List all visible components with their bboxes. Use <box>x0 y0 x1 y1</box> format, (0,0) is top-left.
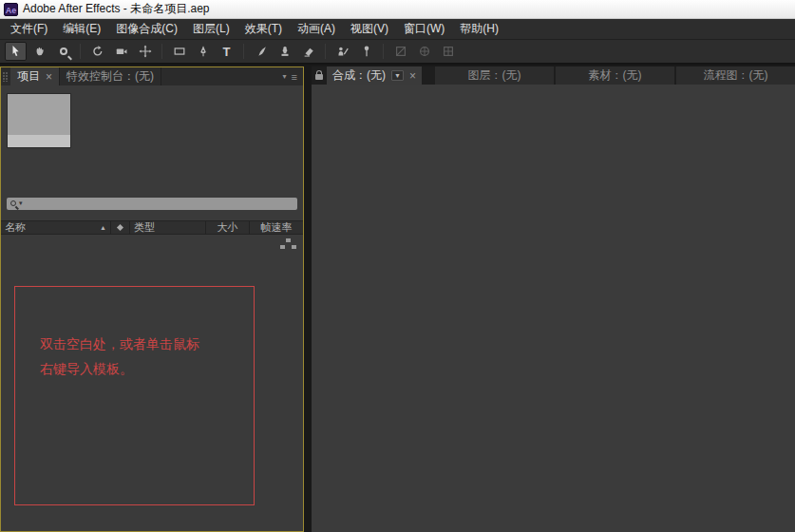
mask-shape-tool[interactable] <box>168 42 190 61</box>
toolbar-separator <box>161 44 162 59</box>
menubar: 文件(F) 编辑(E) 图像合成(C) 图层(L) 效果(T) 动画(A) 视图… <box>0 19 795 40</box>
tab-layer[interactable]: 图层：(无) <box>435 66 554 85</box>
column-type-label: 类型 <box>134 220 155 235</box>
eraser-icon <box>302 45 315 58</box>
selection-arrow-icon <box>9 45 23 58</box>
project-item-list[interactable]: 双击空白处，或者单击鼠标 右键导入模板。 <box>1 235 303 531</box>
viewer-panel-group: 合成：(无) ▼ × 图层：(无) 素材：(无) 流程图：(无) <box>312 66 795 532</box>
panel-grip-icon[interactable] <box>3 72 9 82</box>
hand-tool[interactable] <box>28 42 50 61</box>
camera-tool[interactable] <box>110 42 132 61</box>
tab-effect-controls-label: 特效控制台：(无) <box>66 68 154 85</box>
pen-tool[interactable] <box>192 42 214 61</box>
menu-effect[interactable]: 效果(T) <box>237 18 290 40</box>
stamp-icon <box>278 45 292 58</box>
tab-project-close-icon[interactable]: × <box>46 70 52 84</box>
composition-viewer <box>312 85 795 532</box>
left-tab-strip: 项目 × 特效控制台：(无) ▾ ≡ <box>1 67 303 86</box>
label-swatch-icon <box>117 224 123 231</box>
project-panel-group: 项目 × 特效控制台：(无) ▾ ≡ ▾ <box>0 66 304 532</box>
menu-help[interactable]: 帮助(H) <box>452 18 506 40</box>
column-name[interactable]: 名称 ▲ <box>1 221 111 234</box>
roto-brush-tool[interactable] <box>331 42 353 61</box>
selection-tool[interactable] <box>5 42 27 61</box>
toolbar-separator <box>243 44 244 59</box>
panel-menu-icon[interactable]: ≡ <box>290 71 303 83</box>
tab-footage-label: 素材：(无) <box>588 67 641 84</box>
rotate-icon <box>91 45 104 58</box>
tab-flowchart-label: 流程图：(无) <box>703 67 767 84</box>
pen-nib-icon <box>197 45 210 58</box>
tab-composition[interactable]: 合成：(无) ▼ × <box>327 66 422 85</box>
project-preview-area <box>1 86 303 194</box>
puppet-pin-tool[interactable] <box>355 42 377 61</box>
camera-icon <box>115 45 128 58</box>
axis-world-icon[interactable] <box>413 42 435 61</box>
composition-dropdown-icon[interactable]: ▼ <box>391 70 404 81</box>
toolbar: T <box>0 40 795 65</box>
puppet-pin-icon <box>360 45 373 58</box>
search-input[interactable]: ▾ <box>7 198 297 210</box>
pan-behind-tool[interactable] <box>134 42 156 61</box>
panel-caret-icon[interactable]: ▾ <box>280 72 290 81</box>
tab-strip-spacer <box>161 67 280 86</box>
hand-icon <box>33 45 47 58</box>
column-label[interactable] <box>111 221 130 234</box>
flowchart-mini-icon[interactable] <box>280 238 297 250</box>
tab-footage[interactable]: 素材：(无) <box>556 66 674 85</box>
sort-asc-icon: ▲ <box>100 224 106 231</box>
brush-tool[interactable] <box>250 42 272 61</box>
tab-composition-close-icon[interactable]: × <box>409 69 416 83</box>
footage-thumbnail <box>7 93 71 148</box>
zoom-tool[interactable] <box>52 42 74 61</box>
menu-edit[interactable]: 编辑(E) <box>55 18 108 40</box>
window-title: Adobe After Effects - 未命名项目.aep <box>23 1 210 17</box>
axis-local-icon[interactable] <box>389 42 411 61</box>
tab-effect-controls[interactable]: 特效控制台：(无) <box>60 67 161 86</box>
viewer-lock-button[interactable] <box>312 66 327 85</box>
app-icon: Ae <box>4 3 18 16</box>
brush-icon <box>255 45 268 58</box>
search-options-caret-icon[interactable]: ▾ <box>19 200 23 207</box>
toolbar-separator <box>80 44 81 59</box>
column-size[interactable]: 大小 <box>206 221 250 234</box>
column-name-label: 名称 <box>5 220 26 235</box>
empty-project-hint: 双击空白处，或者单击鼠标 右键导入模板。 <box>14 286 255 505</box>
menu-layer[interactable]: 图层(L) <box>185 18 237 40</box>
app-window: Ae Adobe After Effects - 未命名项目.aep 文件(F)… <box>0 0 795 532</box>
rectangle-icon <box>173 45 186 58</box>
column-framerate[interactable]: 帧速率 <box>250 221 303 234</box>
clone-stamp-tool[interactable] <box>274 42 295 61</box>
rotation-tool[interactable] <box>86 42 108 61</box>
search-icon <box>10 200 16 206</box>
tab-strip-gap <box>422 66 433 85</box>
menu-window[interactable]: 窗口(W) <box>396 18 452 40</box>
type-tool-icon: T <box>223 45 231 59</box>
project-search-row: ▾ <box>1 194 303 213</box>
tab-composition-label: 合成：(无) <box>332 67 386 84</box>
lock-icon <box>315 74 323 80</box>
toolbar-separator <box>325 44 326 59</box>
toolbar-separator <box>383 44 384 59</box>
project-list-header: 名称 ▲ 类型 大小 帧速率 <box>1 220 303 235</box>
column-framerate-label: 帧速率 <box>261 220 293 235</box>
project-panel-body: ▾ 名称 ▲ 类型 大小 <box>1 86 303 531</box>
titlebar: Ae Adobe After Effects - 未命名项目.aep <box>0 0 795 19</box>
type-tool[interactable]: T <box>216 42 237 61</box>
pan-behind-icon <box>139 45 152 58</box>
tab-layer-label: 图层：(无) <box>467 67 521 84</box>
menu-view[interactable]: 视图(V) <box>343 18 396 40</box>
tab-project[interactable]: 项目 × <box>10 67 60 86</box>
tab-project-label: 项目 <box>17 68 40 85</box>
column-type[interactable]: 类型 <box>130 221 206 234</box>
workspace: 项目 × 特效控制台：(无) ▾ ≡ ▾ <box>0 65 795 532</box>
menu-file[interactable]: 文件(F) <box>3 18 55 40</box>
roto-brush-icon <box>336 45 350 58</box>
column-size-label: 大小 <box>218 220 238 235</box>
eraser-tool[interactable] <box>297 42 319 61</box>
right-tab-strip: 合成：(无) ▼ × 图层：(无) 素材：(无) 流程图：(无) <box>312 66 795 85</box>
axis-view-icon[interactable] <box>437 42 459 61</box>
menu-animation[interactable]: 动画(A) <box>290 18 343 40</box>
tab-flowchart[interactable]: 流程图：(无) <box>676 66 795 85</box>
menu-composition[interactable]: 图像合成(C) <box>108 18 185 40</box>
